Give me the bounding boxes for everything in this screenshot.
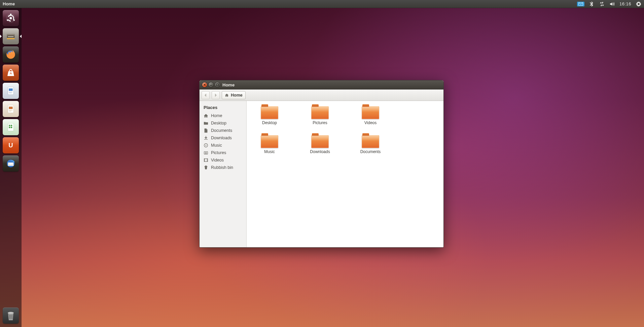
svg-rect-28: [11, 315, 11, 319]
breadcrumb[interactable]: Home: [222, 91, 246, 99]
sidebar-item-videos[interactable]: Videos: [200, 156, 246, 164]
places-section-label: Places: [200, 104, 246, 112]
svg-rect-33: [204, 152, 208, 154]
svg-point-1: [9, 17, 12, 19]
places-sidebar: Places Home Desktop Documents Downloads: [200, 101, 247, 247]
pictures-icon: [204, 150, 208, 155]
window-title: Home: [222, 82, 235, 87]
svg-rect-12: [9, 88, 12, 91]
folder-item[interactable]: Pictures: [306, 104, 334, 125]
folder-icon: [362, 135, 379, 148]
desktop: Home 16:16: [0, 0, 644, 327]
launcher-item-firefox[interactable]: [3, 46, 19, 63]
ubuntu-logo-icon: [5, 12, 16, 24]
sidebar-item-label: Downloads: [211, 136, 232, 140]
folder-icon: [311, 135, 329, 148]
folder-label: Videos: [356, 120, 385, 125]
firefox-icon: [5, 49, 16, 60]
svg-rect-18: [9, 111, 11, 111]
panel-title: Home: [3, 1, 15, 6]
launcher-item-impress[interactable]: [3, 101, 19, 117]
videos-icon: [204, 158, 208, 162]
svg-rect-27: [9, 315, 10, 319]
launcher-item-ubuntuone[interactable]: U: [3, 137, 19, 153]
svg-text:U: U: [8, 142, 13, 149]
thunderbird-icon: [5, 158, 16, 169]
trash-icon: [204, 165, 208, 170]
sidebar-item-label: Videos: [211, 158, 224, 162]
svg-rect-20: [9, 125, 10, 126]
launcher-item-writer[interactable]: [3, 83, 19, 99]
svg-rect-21: [11, 125, 12, 126]
launcher-item-dash[interactable]: [3, 10, 19, 26]
svg-point-32: [206, 145, 207, 146]
sidebar-item-home[interactable]: Home: [200, 112, 246, 119]
folder-item[interactable]: Downloads: [306, 133, 334, 154]
svg-rect-22: [9, 127, 10, 128]
svg-point-34: [205, 152, 207, 154]
sound-icon[interactable]: [609, 1, 615, 7]
nav-forward-button[interactable]: [212, 91, 220, 99]
toolbar: Home: [200, 89, 443, 101]
music-icon: [204, 143, 208, 148]
window-close-button[interactable]: [202, 82, 207, 87]
folder-icon: [261, 106, 278, 119]
messaging-menu-icon[interactable]: [577, 2, 584, 6]
svg-rect-16: [9, 107, 12, 109]
launcher-item-thunderbird[interactable]: [3, 155, 19, 172]
window-titlebar[interactable]: Home: [200, 80, 443, 89]
writer-icon: [5, 85, 16, 97]
folder-label: Downloads: [306, 149, 334, 154]
svg-rect-30: [216, 84, 218, 86]
sidebar-item-trash[interactable]: Rubbish bin: [200, 164, 246, 171]
svg-rect-7: [8, 36, 14, 37]
launcher-item-trash[interactable]: [3, 307, 19, 324]
top-panel: Home 16:16: [0, 0, 644, 8]
folder-icon: [311, 106, 329, 119]
sidebar-item-desktop[interactable]: Desktop: [200, 119, 246, 127]
sidebar-item-label: Music: [211, 143, 222, 148]
sidebar-item-music[interactable]: Music: [200, 142, 246, 149]
folder-label: Music: [255, 149, 284, 154]
launcher: A U: [0, 8, 22, 327]
files-window: Home Home Places Home: [199, 80, 444, 248]
window-minimize-button[interactable]: [209, 82, 213, 87]
sidebar-item-label: Home: [211, 113, 222, 118]
folder-item[interactable]: Documents: [356, 133, 385, 154]
folder-item[interactable]: Desktop: [255, 104, 284, 125]
svg-rect-23: [11, 127, 12, 128]
svg-rect-13: [9, 92, 12, 92]
network-icon[interactable]: [599, 1, 605, 7]
folder-item[interactable]: Music: [255, 133, 284, 154]
home-icon: [225, 93, 229, 97]
launcher-item-files[interactable]: [3, 28, 19, 44]
sidebar-item-documents[interactable]: Documents: [200, 127, 246, 134]
ubuntu-one-icon: U: [5, 140, 16, 151]
folder-icon: [261, 135, 278, 148]
launcher-item-calc[interactable]: [3, 119, 19, 135]
svg-rect-17: [9, 110, 12, 110]
home-icon: [204, 113, 208, 118]
chevron-left-icon: [204, 94, 207, 97]
folder-item[interactable]: Videos: [356, 104, 385, 125]
desktop-folder-icon: [204, 121, 208, 125]
trash-icon: [3, 307, 19, 324]
breadcrumb-label: Home: [231, 93, 243, 98]
session-menu-icon[interactable]: [636, 1, 641, 7]
sidebar-item-pictures[interactable]: Pictures: [200, 149, 246, 156]
bluetooth-icon[interactable]: [589, 1, 595, 7]
launcher-item-software[interactable]: A: [3, 65, 19, 81]
folder-icon: [362, 106, 379, 119]
document-icon: [204, 128, 208, 133]
sidebar-item-label: Rubbish bin: [211, 165, 233, 170]
svg-text:A: A: [9, 71, 12, 75]
folder-view[interactable]: Desktop Pictures Videos Music Downloads: [247, 101, 443, 247]
clock[interactable]: 16:16: [619, 1, 631, 6]
window-maximize-button[interactable]: [215, 82, 220, 87]
sidebar-item-downloads[interactable]: Downloads: [200, 134, 246, 142]
running-pip-icon: [0, 35, 2, 38]
svg-rect-8: [7, 38, 15, 39]
nav-back-button[interactable]: [202, 91, 210, 99]
svg-rect-29: [12, 315, 13, 319]
svg-rect-14: [9, 93, 12, 93]
